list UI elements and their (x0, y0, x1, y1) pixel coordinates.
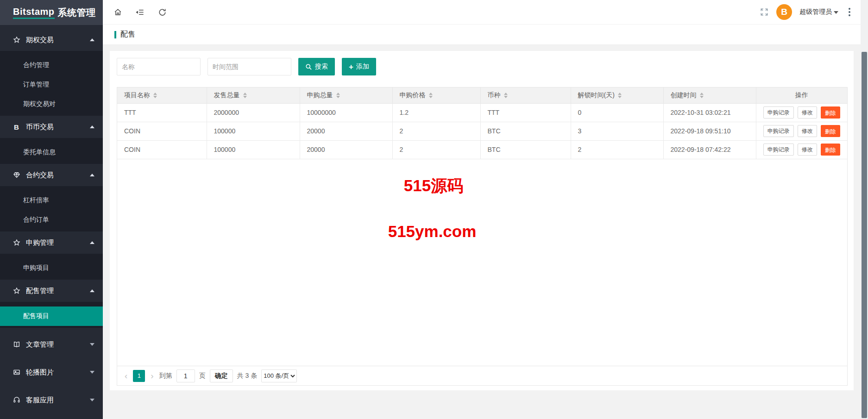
submenu-coin-trade: 委托单信息 (0, 138, 103, 164)
next-page-icon[interactable]: › (149, 371, 155, 380)
chevron-up-icon (90, 289, 94, 292)
chevron-up-icon (90, 241, 94, 244)
col-header-subscribe-total: 申购总量 (300, 88, 392, 103)
cell-created: 2022-10-31 03:02:21 (663, 103, 756, 122)
sidebar-item-leverage-rate[interactable]: 杠杆倍率 (0, 191, 103, 210)
search-button[interactable]: 搜索 (298, 58, 335, 75)
subscription-record-button[interactable]: 申购记录 (763, 144, 794, 156)
sidebar-item-subscription-manage[interactable]: 申购管理 (0, 231, 103, 254)
sort-icon[interactable] (336, 93, 340, 98)
page-size-select[interactable]: 100 条/页 (261, 369, 297, 382)
edit-button[interactable]: 修改 (798, 106, 817, 119)
sidebar-child-label: 杠杆倍率 (23, 196, 49, 205)
table-row: TTT 2000000 10000000 1.2 TTT 0 2022-10-3… (117, 103, 847, 122)
cell-subscribe-total: 20000 (300, 140, 392, 159)
cell-issue-total: 100000 (207, 122, 300, 140)
cell-unlock-days: 3 (571, 122, 663, 140)
name-filter-input[interactable] (117, 58, 201, 75)
sidebar-item-futures-trade[interactable]: 合约交易 (0, 164, 103, 186)
total-count-label: 共 3 条 (237, 372, 258, 380)
table-row: COIN 100000 20000 2 BTC 2 2022-09-18 07:… (117, 140, 847, 159)
subscription-record-button[interactable]: 申购记录 (763, 125, 794, 137)
table-header: 项目名称 发售总量 申购总量 申购价格 币种 解锁时间(天) 创建时间 操作 (117, 88, 847, 103)
sidebar-child-label: 委托单信息 (23, 148, 56, 156)
col-header-name: 项目名称 (117, 88, 207, 103)
user-name-label: 超级管理员 (799, 8, 832, 16)
goto-page-input[interactable] (176, 369, 195, 382)
chevron-down-icon (90, 399, 94, 401)
delete-button[interactable]: 删除 (821, 106, 840, 119)
sidebar-item-entrust-info[interactable]: 委托单信息 (0, 143, 103, 162)
col-header-created: 创建时间 (663, 88, 756, 103)
page-scrollbar (861, 0, 868, 419)
topbar-left-icons (103, 7, 167, 17)
submenu-futures-trade: 杠杆倍率 合约订单 (0, 186, 103, 231)
cell-price: 1.2 (392, 103, 480, 122)
chevron-up-icon (90, 125, 94, 128)
time-range-filter-input[interactable] (208, 58, 291, 75)
sidebar-item-contract-manage[interactable]: 合约管理 (0, 56, 103, 75)
delete-button[interactable]: 删除 (821, 125, 840, 137)
sort-icon[interactable] (618, 93, 622, 98)
fullscreen-icon[interactable] (760, 7, 769, 17)
sort-icon[interactable] (153, 93, 157, 98)
star-icon (13, 36, 20, 44)
sidebar-item-carousel-images[interactable]: 轮播图片 (0, 361, 103, 383)
bitcoin-icon: B (781, 7, 787, 17)
admin-page: Bitstamp 系统管理 期权交易 合约管理 订单管理 期权交易对 B 币币交… (0, 0, 868, 419)
sidebar-item-customer-service[interactable]: 客服应用 (0, 389, 103, 411)
book-icon (13, 341, 20, 349)
sidebar-item-order-manage[interactable]: 订单管理 (0, 75, 103, 94)
home-icon[interactable] (113, 7, 122, 17)
topbar: B 超级管理员 (103, 0, 861, 25)
sidebar-child-label: 配售项目 (23, 312, 49, 320)
sort-icon[interactable] (243, 93, 247, 98)
user-menu[interactable]: 超级管理员 (799, 8, 838, 16)
submenu-subscription-manage: 申购项目 (0, 254, 103, 280)
plus-icon: + (349, 63, 353, 71)
refresh-icon[interactable] (157, 7, 167, 17)
sidebar-item-placement-manage[interactable]: 配售管理 (0, 280, 103, 302)
cell-created: 2022-09-18 07:42:22 (663, 140, 756, 159)
cell-coin: BTC (480, 122, 571, 140)
sidebar-item-coin-trade[interactable]: B 币币交易 (0, 116, 103, 138)
prev-page-icon[interactable]: ‹ (123, 371, 129, 380)
filter-toolbar: 搜索 + 添加 (117, 58, 848, 75)
edit-button[interactable]: 修改 (798, 144, 817, 156)
sidebar-item-option-pairs[interactable]: 期权交易对 (0, 94, 103, 114)
sort-icon[interactable] (429, 93, 433, 98)
subscription-record-button[interactable]: 申购记录 (763, 106, 794, 119)
col-header-actions: 操作 (756, 88, 847, 103)
kebab-menu-icon[interactable] (846, 6, 853, 18)
sidebar-item-placement-project-active[interactable]: 配售项目 (0, 306, 103, 326)
cell-name: TTT (117, 103, 207, 122)
collapse-sidebar-icon[interactable] (135, 7, 145, 17)
table-container: 项目名称 发售总量 申购总量 申购价格 币种 解锁时间(天) 创建时间 操作 T… (117, 87, 848, 386)
headset-icon (13, 396, 20, 404)
sidebar-item-option-trade[interactable]: 期权交易 (0, 29, 103, 51)
sidebar-item-label: 申购管理 (26, 238, 54, 247)
scrollbar-thumb[interactable] (862, 52, 867, 418)
table-row: COIN 100000 20000 2 BTC 3 2022-09-18 09:… (117, 122, 847, 140)
image-icon (13, 369, 20, 376)
current-page-button[interactable]: 1 (133, 370, 145, 382)
sort-icon[interactable] (700, 93, 704, 98)
page-title: 配售 (120, 30, 135, 39)
bitcoin-avatar[interactable]: B (776, 4, 792, 20)
cell-price: 2 (392, 140, 480, 159)
cell-price: 2 (392, 122, 480, 140)
col-header-price: 申购价格 (392, 88, 480, 103)
add-button[interactable]: + 添加 (342, 58, 376, 75)
sort-icon[interactable] (504, 93, 508, 98)
sidebar-child-label: 合约管理 (23, 61, 49, 69)
brand-name: Bitstamp (13, 6, 55, 19)
gem-icon (13, 171, 20, 179)
confirm-page-button[interactable]: 确定 (210, 369, 233, 382)
submenu-option-trade: 合约管理 订单管理 期权交易对 (0, 51, 103, 116)
sidebar-item-subscription-project[interactable]: 申购项目 (0, 258, 103, 278)
sidebar-item-futures-orders[interactable]: 合约订单 (0, 210, 103, 230)
edit-button[interactable]: 修改 (798, 125, 817, 137)
sidebar-item-article-manage[interactable]: 文章管理 (0, 333, 103, 356)
delete-button[interactable]: 删除 (821, 144, 840, 156)
cell-subscribe-total: 10000000 (300, 103, 392, 122)
